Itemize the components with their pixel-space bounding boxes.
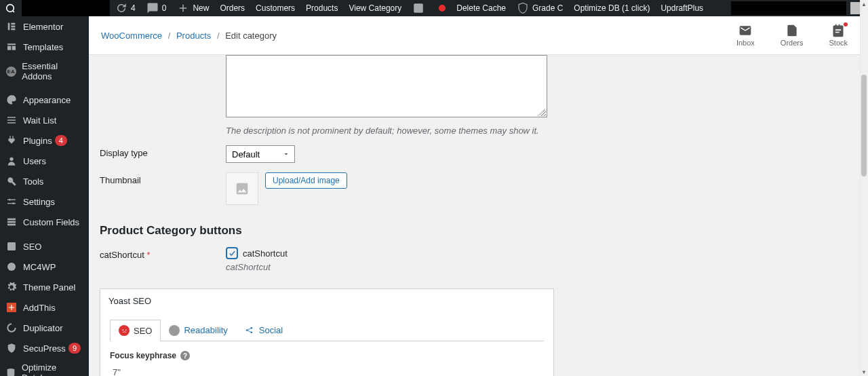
quicklink-inbox[interactable]: Inbox — [736, 24, 755, 47]
share-icon — [244, 325, 255, 336]
ab-optimize-db[interactable]: Optimize DB (1 click) — [568, 0, 655, 16]
menu-secupress[interactable]: SecuPress9 — [0, 338, 89, 358]
yoast-sidebar-icon — [5, 240, 18, 252]
display-type-select[interactable]: Default — [226, 145, 295, 163]
main-content: WooCommerce / Products / Edit category I… — [89, 16, 860, 376]
menu-templates[interactable]: Templates — [0, 37, 89, 57]
menu-tools[interactable]: Tools — [0, 171, 89, 191]
appearance-icon — [5, 94, 18, 106]
orders-icon — [785, 24, 799, 37]
svg-point-10 — [9, 199, 11, 201]
comments-count: 0 — [162, 3, 167, 13]
plugin-icon — [5, 134, 18, 147]
ab-updraft[interactable]: UpdraftPlus — [655, 0, 709, 16]
tab-seo[interactable]: SEO — [110, 320, 161, 341]
menu-custom-fields[interactable]: Custom Fields — [0, 212, 89, 232]
adminbar-search[interactable] — [731, 1, 846, 15]
menu-plugins[interactable]: Plugins4 — [0, 130, 89, 151]
upload-image-button[interactable]: Upload/Add image — [265, 172, 347, 189]
site-name-block[interactable] — [22, 0, 110, 16]
focus-keyphrase-value[interactable]: 7" — [110, 366, 544, 376]
svg-rect-8 — [7, 200, 16, 200]
quicklink-orders[interactable]: Orders — [781, 24, 804, 47]
tab-social[interactable]: Social — [236, 320, 291, 341]
ab-orders[interactable]: Orders — [214, 0, 250, 16]
users-icon — [5, 155, 18, 167]
thumbnail-label: Thumbnail — [100, 172, 226, 185]
ab-grade[interactable]: Grade C — [511, 0, 568, 16]
tools-icon — [5, 175, 18, 187]
yoast-icon — [412, 2, 425, 14]
menu-elementor[interactable]: Elementor — [0, 16, 89, 37]
refresh-icon — [115, 2, 127, 14]
breadcrumb-woocommerce[interactable]: WooCommerce — [101, 31, 162, 41]
templates-icon — [5, 41, 18, 53]
description-textarea[interactable] — [226, 55, 547, 117]
tab-readability[interactable]: Readability — [161, 320, 235, 341]
ab-delete-cache[interactable]: Delete Cache — [451, 0, 511, 16]
menu-wait-list[interactable]: Wait List — [0, 110, 89, 130]
svg-rect-13 — [7, 221, 16, 223]
ab-yoast[interactable] — [407, 0, 433, 16]
menu-duplicator[interactable]: Duplicator — [0, 318, 89, 338]
breadcrumb-products[interactable]: Products — [176, 31, 211, 41]
focus-keyphrase-label: Focus keyphrase ? — [110, 351, 544, 360]
svg-point-7 — [9, 157, 13, 161]
ab-customers[interactable]: Customers — [250, 0, 300, 16]
ab-view-category[interactable]: View Category — [343, 0, 407, 16]
new-item[interactable]: New — [172, 0, 214, 16]
svg-line-1 — [12, 10, 14, 12]
svg-rect-2 — [414, 3, 424, 13]
fields-icon — [5, 216, 18, 228]
svg-rect-3 — [8, 23, 10, 31]
display-type-label: Display type — [100, 145, 226, 158]
menu-mc4wp[interactable]: MC4WP — [0, 257, 89, 277]
plugins-badge: 4 — [55, 135, 67, 146]
menu-settings[interactable]: Settings — [0, 191, 89, 212]
menu-users[interactable]: Users — [0, 151, 89, 171]
svg-rect-9 — [7, 203, 16, 204]
description-help: The description is not prominent by defa… — [226, 126, 660, 136]
menu-seo[interactable]: SEO — [0, 236, 89, 257]
scrollbar-track[interactable]: ▲ ▼ — [860, 0, 868, 376]
svg-rect-6 — [11, 29, 15, 31]
svg-point-16 — [7, 263, 16, 271]
svg-rect-15 — [7, 242, 16, 250]
image-placeholder-icon — [235, 181, 250, 196]
check-icon — [229, 250, 236, 257]
secupress-badge: 9 — [68, 343, 81, 354]
settings-icon — [5, 195, 18, 208]
list-icon — [5, 114, 18, 126]
site-logo-icon[interactable] — [3, 1, 18, 16]
yoast-seo-metabox: Yoast SEO SEO Readability Social — [100, 288, 554, 376]
red-dot-icon — [439, 5, 446, 12]
addthis-icon — [5, 301, 18, 314]
scroll-up-arrow[interactable]: ▲ — [860, 0, 868, 8]
yoast-panel-title: Yoast SEO — [100, 289, 553, 313]
section-heading: Product Category buttons — [100, 224, 849, 238]
ab-red-dot[interactable] — [433, 0, 451, 16]
menu-appearance[interactable]: Appearance — [0, 90, 89, 110]
catshortcut-checkbox[interactable] — [226, 247, 238, 259]
svg-point-11 — [12, 202, 14, 204]
menu-optimize-database[interactable]: Optimize Database — [0, 358, 89, 376]
readability-status-icon — [169, 325, 180, 336]
quicklink-stock[interactable]: Stock — [829, 24, 848, 47]
scroll-down-arrow[interactable]: ▼ — [860, 368, 868, 376]
description-label — [100, 55, 226, 58]
help-icon[interactable]: ? — [180, 351, 190, 360]
breadcrumb-current: Edit category — [225, 31, 277, 41]
shield-icon — [517, 2, 529, 14]
catshortcut-checkbox-label: catShortcut — [243, 248, 288, 259]
menu-essential-addons[interactable]: EAEssential Addons — [0, 57, 89, 86]
elementor-icon — [5, 20, 18, 33]
svg-point-20 — [125, 329, 126, 331]
catshortcut-label: catShortcut * — [100, 247, 226, 260]
ab-products[interactable]: Products — [300, 0, 343, 16]
refresh-item[interactable]: 4 — [110, 0, 141, 16]
svg-rect-4 — [11, 23, 15, 25]
scrollbar-thumb[interactable] — [861, 75, 867, 176]
menu-addthis[interactable]: AddThis — [0, 297, 89, 318]
comments-item[interactable]: 0 — [141, 0, 172, 16]
menu-theme-panel[interactable]: Theme Panel — [0, 277, 89, 297]
